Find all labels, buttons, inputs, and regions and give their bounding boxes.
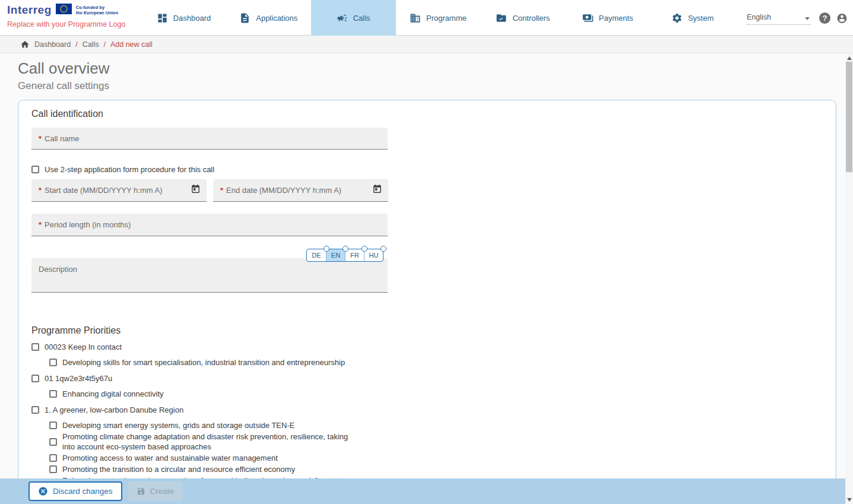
call-name-field[interactable]: Call name xyxy=(31,128,388,150)
discard-changes-button[interactable]: Discard changes xyxy=(28,481,122,501)
checkbox[interactable] xyxy=(49,454,57,462)
lang-tab-label: FR xyxy=(350,252,359,259)
scroll-down-arrow-icon[interactable] xyxy=(847,498,852,502)
call-identification-heading: Call identification xyxy=(31,109,836,119)
checkbox[interactable] xyxy=(49,359,57,366)
home-icon[interactable] xyxy=(20,40,30,49)
eu-flag-icon xyxy=(56,4,72,17)
start-date-field[interactable]: Start date (MM/DD/YYYY h:mm A) xyxy=(31,179,207,202)
top-navbar: Interreg Co-funded by the European Union… xyxy=(0,0,853,36)
specific-objective-row[interactable]: Promoting the transition to a circular a… xyxy=(49,464,836,474)
period-length-field[interactable]: Period length (in months) xyxy=(31,214,388,236)
specific-objective-label: Developing skills for smart specialisati… xyxy=(62,357,345,367)
lang-tab-label: EN xyxy=(331,252,340,259)
vertical-scrollbar[interactable] xyxy=(845,54,853,504)
nav-tab-programme[interactable]: Programme xyxy=(396,0,481,36)
lang-tab-label: HU xyxy=(369,252,379,259)
user-menu-icon[interactable] xyxy=(836,12,848,24)
priorities-checkbox-tree: 00023 Keep In contact Developing skills … xyxy=(31,342,836,478)
specific-objective-row[interactable]: Enhancing digital connectivity xyxy=(49,389,836,399)
priority-row[interactable]: 01 1qw2e3r4t5y67u xyxy=(31,373,836,383)
breadcrumb-separator: / xyxy=(75,40,77,49)
specific-objective-row[interactable]: Developing skills for smart specialisati… xyxy=(49,357,836,367)
checkbox[interactable] xyxy=(31,166,39,173)
payments-icon xyxy=(582,12,594,24)
priority-row[interactable]: 00023 Keep In contact xyxy=(31,342,836,352)
lang-tab-en[interactable]: EN xyxy=(326,249,345,261)
specific-objective-row[interactable]: Promoting access to water and sustainabl… xyxy=(49,453,836,463)
document-icon xyxy=(239,12,250,24)
specific-objective-label: Promoting the transition to a circular a… xyxy=(62,464,295,474)
nav-tab-applications[interactable]: Applications xyxy=(226,0,311,36)
two-step-checkbox-row[interactable]: Use 2-step application form procedure fo… xyxy=(31,165,836,174)
priority-row[interactable]: 1. A greener, low-carbon Danube Region xyxy=(31,405,836,415)
specific-objective-row[interactable]: Promoting climate change adaptation and … xyxy=(49,432,836,452)
account-circle-icon xyxy=(836,11,848,26)
nav-tab-label: Applications xyxy=(256,14,297,23)
programme-priorities-heading: Programme Priorities xyxy=(31,325,836,336)
nav-tab-label: Dashboard xyxy=(173,14,211,23)
priority-label: 00023 Keep In contact xyxy=(45,342,122,352)
description-field[interactable]: Description xyxy=(31,258,388,293)
breadcrumb-separator: / xyxy=(103,40,105,49)
end-date-field[interactable]: End date (MM/DD/YYYY h:mm A) xyxy=(213,179,388,202)
nav-tab-payments[interactable]: Payments xyxy=(565,0,650,36)
start-date-label: Start date (MM/DD/YYYY h:mm A) xyxy=(39,186,191,195)
checkbox[interactable] xyxy=(31,375,39,382)
empty-translation-badge xyxy=(324,246,329,252)
scroll-up-arrow-icon[interactable] xyxy=(847,56,852,60)
lang-tab-hu[interactable]: HU xyxy=(364,249,383,261)
dashboard-icon xyxy=(157,12,168,24)
two-step-checkbox-label: Use 2-step application form procedure fo… xyxy=(45,165,214,174)
description-block: DE EN FR HU Description xyxy=(31,258,388,293)
checkbox[interactable] xyxy=(31,343,39,351)
empty-translation-badge xyxy=(380,246,386,252)
breadcrumb-current-page: Add new call xyxy=(110,40,153,49)
calendar-icon[interactable] xyxy=(372,184,382,196)
nav-tab-controllers[interactable]: Controllers xyxy=(480,0,565,36)
calendar-icon[interactable] xyxy=(191,184,201,196)
nav-tab-calls[interactable]: Calls xyxy=(311,0,396,36)
specific-objective-label: Enhancing digital connectivity xyxy=(62,389,164,399)
folder-check-icon xyxy=(496,12,507,24)
lang-tab-de[interactable]: DE xyxy=(307,249,326,261)
specific-objective-label: Promoting access to water and sustainabl… xyxy=(62,453,278,463)
specific-objective-row[interactable]: Developing smart energy systems, grids a… xyxy=(49,420,836,430)
chevron-down-icon xyxy=(805,17,810,20)
nav-tab-dashboard[interactable]: Dashboard xyxy=(141,0,226,36)
language-select[interactable]: English xyxy=(747,13,811,25)
nav-tab-label: Payments xyxy=(599,14,633,23)
breadcrumb-dashboard[interactable]: Dashboard xyxy=(34,40,71,49)
nav-tab-label: Controllers xyxy=(512,14,550,23)
call-name-label: Call name xyxy=(39,134,80,143)
page-subtitle: General call settings xyxy=(18,80,845,92)
lang-tab-fr[interactable]: FR xyxy=(345,249,364,261)
building-icon xyxy=(410,12,421,24)
create-button[interactable]: Create xyxy=(128,481,183,501)
main-content: Call overview General call settings Call… xyxy=(0,54,845,478)
checkbox[interactable] xyxy=(49,421,57,429)
page-title: Call overview xyxy=(18,59,845,78)
interreg-brand-text: Interreg xyxy=(7,4,52,17)
description-label: Description xyxy=(39,265,77,274)
create-label: Create xyxy=(150,487,175,496)
megaphone-icon xyxy=(337,12,348,24)
end-date-label: End date (MM/DD/YYYY h:mm A) xyxy=(220,186,372,195)
breadcrumb-calls[interactable]: Calls xyxy=(83,40,99,49)
nav-tab-system[interactable]: System xyxy=(650,0,735,36)
help-icon[interactable]: ? xyxy=(819,12,830,24)
call-form-card: Call identification Call name Use 2-step… xyxy=(18,100,836,478)
nav-tab-label: Programme xyxy=(426,14,467,23)
checkbox[interactable] xyxy=(49,390,57,398)
programme-logo: Interreg Co-funded by the European Union… xyxy=(7,4,141,28)
breadcrumb: Dashboard / Calls / Add new call xyxy=(0,36,853,53)
checkbox[interactable] xyxy=(31,406,39,414)
checkbox[interactable] xyxy=(49,465,57,473)
priority-label: 1. A greener, low-carbon Danube Region xyxy=(45,405,183,415)
discard-changes-label: Discard changes xyxy=(53,487,113,496)
specific-objective-label: Developing smart energy systems, grids a… xyxy=(62,420,294,430)
description-language-tabs: DE EN FR HU xyxy=(306,249,383,262)
empty-translation-badge xyxy=(343,246,348,252)
scrollbar-thumb[interactable] xyxy=(846,62,852,172)
checkbox[interactable] xyxy=(49,438,57,446)
